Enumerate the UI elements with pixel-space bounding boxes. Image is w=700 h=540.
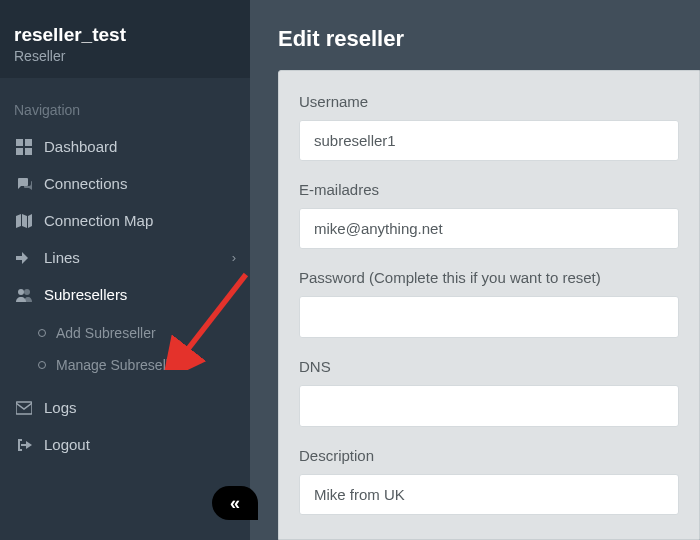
nav-heading: Navigation <box>0 78 250 128</box>
nav-list: Dashboard Connections Connection Map Lin… <box>0 128 250 463</box>
svg-point-5 <box>18 289 24 295</box>
account-role: Reseller <box>14 48 236 64</box>
mail-icon <box>14 400 34 416</box>
main: Edit reseller Username E-mailadres Passw… <box>250 0 700 540</box>
email-label: E-mailadres <box>299 181 679 198</box>
svg-point-6 <box>24 289 30 295</box>
sidebar-item-label: Subresellers <box>44 286 127 303</box>
svg-rect-7 <box>16 402 32 414</box>
sidebar: reseller_test Reseller Navigation Dashbo… <box>0 0 250 540</box>
dns-label: DNS <box>299 358 679 375</box>
sidebar-item-label: Connections <box>44 175 127 192</box>
form-panel: Username E-mailadres Password (Complete … <box>278 70 700 540</box>
dns-field[interactable] <box>299 385 679 427</box>
chevron-right-icon: › <box>232 250 236 265</box>
bullet-icon <box>38 361 46 369</box>
sidebar-item-lines[interactable]: Lines › <box>0 239 250 276</box>
description-field[interactable] <box>299 474 679 515</box>
panel-wrap: Username E-mailadres Password (Complete … <box>250 70 700 540</box>
sidebar-item-subresellers[interactable]: Subresellers <box>0 276 250 313</box>
sidebar-item-connection-map[interactable]: Connection Map <box>0 202 250 239</box>
svg-rect-2 <box>16 148 23 155</box>
map-icon <box>14 213 34 229</box>
subnav-subresellers: Add Subreseller Manage Subresellers <box>0 313 250 389</box>
sidebar-item-logs[interactable]: Logs <box>0 389 250 426</box>
sidebar-item-label: Lines <box>44 249 80 266</box>
sidebar-subitem-manage-subresellers[interactable]: Manage Subresellers <box>0 349 250 381</box>
sidebar-header: reseller_test Reseller <box>0 0 250 78</box>
sidebar-item-label: Logout <box>44 436 90 453</box>
logout-icon <box>14 437 34 453</box>
page-title: Edit reseller <box>250 0 700 70</box>
description-label: Description <box>299 447 679 464</box>
sidebar-subitem-label: Manage Subresellers <box>56 357 188 373</box>
svg-rect-0 <box>16 139 23 146</box>
sidebar-subitem-add-subreseller[interactable]: Add Subreseller <box>0 317 250 349</box>
collapse-sidebar-button[interactable] <box>212 486 258 520</box>
sidebar-item-label: Connection Map <box>44 212 153 229</box>
sidebar-item-connections[interactable]: Connections <box>0 165 250 202</box>
sidebar-item-label: Dashboard <box>44 138 117 155</box>
sidebar-item-label: Logs <box>44 399 77 416</box>
email-field[interactable] <box>299 208 679 249</box>
sidebar-item-logout[interactable]: Logout <box>0 426 250 463</box>
svg-rect-1 <box>25 139 32 146</box>
grid-icon <box>14 139 34 155</box>
account-name: reseller_test <box>14 24 236 46</box>
arrow-right-icon <box>14 250 34 266</box>
username-label: Username <box>299 93 679 110</box>
svg-rect-3 <box>25 148 32 155</box>
sidebar-subitem-label: Add Subreseller <box>56 325 156 341</box>
password-label: Password (Complete this if you want to r… <box>299 269 679 286</box>
chat-icon <box>14 176 34 192</box>
bullet-icon <box>38 329 46 337</box>
username-field[interactable] <box>299 120 679 161</box>
svg-rect-4 <box>16 256 22 260</box>
sidebar-item-dashboard[interactable]: Dashboard <box>0 128 250 165</box>
password-field[interactable] <box>299 296 679 338</box>
users-icon <box>14 287 34 303</box>
